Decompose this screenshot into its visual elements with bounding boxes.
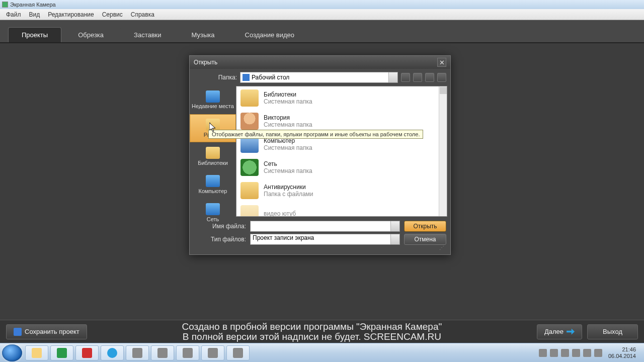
taskbar-app[interactable] xyxy=(126,345,149,360)
menu-edit[interactable]: Редактирование xyxy=(44,10,98,19)
up-icon[interactable] xyxy=(413,73,422,82)
folder-icon xyxy=(240,89,259,107)
list-item[interactable]: БиблиотекиСистемная папка xyxy=(236,86,447,110)
next-button[interactable]: Далее xyxy=(537,324,582,339)
skype-icon xyxy=(107,348,117,358)
recent-icon xyxy=(206,90,220,103)
save-project-button[interactable]: Сохранить проект xyxy=(6,324,87,339)
taskbar-clock[interactable]: 21:46 06.04.2014 xyxy=(605,346,639,358)
tab-intros[interactable]: Заставки xyxy=(120,27,175,42)
window-titlebar: Экранная Камера xyxy=(0,0,644,9)
place-recent[interactable]: Недавние места xyxy=(190,86,236,114)
app-icon xyxy=(2,2,8,8)
arrow-right-icon xyxy=(567,329,575,335)
window-title: Экранная Камера xyxy=(10,2,56,8)
taskbar-app[interactable] xyxy=(201,345,224,360)
svg-marker-0 xyxy=(209,123,215,132)
filename-label: Имя файла: xyxy=(194,223,246,230)
explorer-icon xyxy=(32,348,42,358)
list-item[interactable]: видео ютуб xyxy=(236,202,447,217)
chevron-down-icon[interactable] xyxy=(390,234,399,244)
resize-grip[interactable]: ⋰ xyxy=(194,245,446,250)
app-icon xyxy=(132,348,142,358)
app-green-icon xyxy=(57,348,67,358)
libraries-icon xyxy=(206,147,220,159)
newfolder-icon[interactable] xyxy=(425,73,434,82)
dialog-titlebar[interactable]: Открыть ✕ xyxy=(190,56,450,69)
scrollbar[interactable] xyxy=(439,86,447,216)
bottom-bar: Сохранить проект Создано в пробной верси… xyxy=(0,320,644,343)
tabbar: Проекты Обрезка Заставки Музыка Создание… xyxy=(0,20,644,43)
taskbar-app[interactable] xyxy=(50,345,73,360)
exit-button[interactable]: Выход xyxy=(587,324,638,339)
menu-service[interactable]: Сервис xyxy=(98,10,127,19)
tooltip: Отображает файлы, папки, ярлыки программ… xyxy=(208,130,423,139)
tray-icon[interactable] xyxy=(561,349,569,357)
chevron-down-icon[interactable] xyxy=(390,221,399,231)
chevron-down-icon[interactable] xyxy=(388,72,397,82)
list-item[interactable]: СетьСистемная папка xyxy=(236,156,447,179)
app-icon xyxy=(183,348,193,358)
menu-file[interactable]: Файл xyxy=(2,10,25,19)
file-list[interactable]: БиблиотекиСистемная папка ВикторияСистем… xyxy=(236,86,447,217)
save-icon xyxy=(14,328,22,336)
tray-icon[interactable] xyxy=(550,349,558,357)
menu-view[interactable]: Вид xyxy=(25,10,44,19)
open-dialog: Открыть ✕ Папка: Рабочий стол Недавние м… xyxy=(189,55,451,255)
tray-icon[interactable] xyxy=(539,349,547,357)
network-icon xyxy=(206,203,220,215)
tray-icon[interactable] xyxy=(583,349,591,357)
back-icon[interactable] xyxy=(401,73,410,82)
filename-input[interactable] xyxy=(250,221,400,232)
tab-crop[interactable]: Обрезка xyxy=(64,27,117,42)
app-icon xyxy=(208,348,218,358)
place-libraries[interactable]: Библиотеки xyxy=(190,142,236,170)
open-button[interactable]: Открыть xyxy=(404,221,446,232)
app-icon xyxy=(157,348,168,358)
folder-value: Рабочий стол xyxy=(252,74,289,81)
views-icon[interactable] xyxy=(437,73,446,82)
globe-icon xyxy=(240,159,259,176)
taskbar-app[interactable] xyxy=(75,345,99,360)
tab-createvideo[interactable]: Создание видео xyxy=(231,27,308,42)
cancel-button[interactable]: Отмена xyxy=(404,234,446,245)
system-tray: 21:46 06.04.2014 xyxy=(539,346,642,358)
filetype-label: Тип файлов: xyxy=(194,236,246,243)
dialog-toolbar xyxy=(401,73,446,82)
desktop-icon xyxy=(243,74,250,81)
tab-music[interactable]: Музыка xyxy=(178,27,228,42)
user-icon xyxy=(240,113,259,130)
tray-icon[interactable] xyxy=(572,349,580,357)
taskbar-explorer[interactable] xyxy=(25,345,48,360)
dialog-title: Открыть xyxy=(194,59,217,66)
taskbar-app[interactable] xyxy=(226,345,250,360)
computer-icon xyxy=(206,175,220,187)
folder-label: Папка: xyxy=(194,74,237,81)
tab-projects[interactable]: Проекты xyxy=(8,27,61,42)
start-button[interactable] xyxy=(2,344,22,361)
menubar: Файл Вид Редактирование Сервис Справка xyxy=(0,9,644,20)
close-icon[interactable]: ✕ xyxy=(437,58,446,67)
taskbar-skype[interactable] xyxy=(101,345,124,360)
filetype-select[interactable]: Проект записи экрана xyxy=(250,234,400,245)
trial-watermark: Создано в пробной версии программы "Экра… xyxy=(87,322,537,342)
tray-icon[interactable] xyxy=(594,349,602,357)
taskbar: 21:46 06.04.2014 xyxy=(0,343,644,362)
cursor-icon xyxy=(209,123,216,133)
app-red-icon xyxy=(82,348,92,358)
taskbar-app[interactable] xyxy=(176,345,199,360)
places-bar: Недавние места Рабо… Библиотеки Компьюте… xyxy=(190,86,236,217)
place-computer[interactable]: Компьютер xyxy=(190,170,236,199)
folder-combo[interactable]: Рабочий стол xyxy=(240,72,398,83)
list-item[interactable]: АнтивирусникиПапка с файлами xyxy=(236,179,447,202)
menu-help[interactable]: Справка xyxy=(127,10,158,19)
folder-icon xyxy=(240,205,259,217)
folder-icon xyxy=(240,182,259,199)
taskbar-app[interactable] xyxy=(151,345,174,360)
app-icon xyxy=(233,348,243,358)
